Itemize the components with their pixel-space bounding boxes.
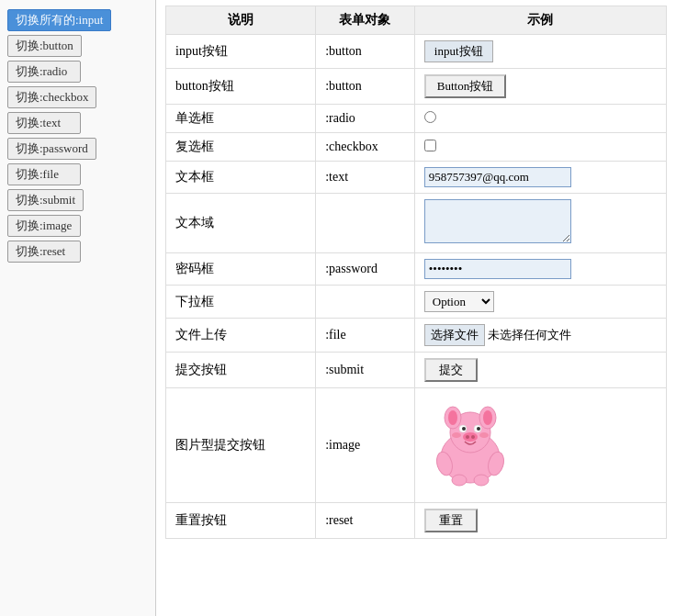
row-example: 选择文件 未选择任何文件 bbox=[414, 319, 666, 353]
row-example bbox=[414, 105, 666, 133]
sidebar: 切换所有的:input切换:button切换:radio切换:checkbox切… bbox=[0, 0, 156, 616]
table-row: 下拉框OptionOption 2Option 3 bbox=[166, 286, 667, 319]
row-label: 下拉框 bbox=[166, 286, 316, 319]
row-label: button按钮 bbox=[166, 69, 316, 105]
row-selector: :button bbox=[316, 35, 415, 69]
col-header-description: 说明 bbox=[166, 6, 316, 35]
toggle-button-button[interactable]: 切换:button bbox=[7, 35, 82, 57]
file-input-wrapper: 选择文件 未选择任何文件 bbox=[424, 328, 571, 342]
table-row: 文本框:text bbox=[166, 162, 667, 194]
svg-point-12 bbox=[471, 435, 475, 439]
svg-point-17 bbox=[452, 475, 467, 486]
row-example: 重置 bbox=[414, 503, 666, 539]
textarea-example[interactable] bbox=[424, 199, 571, 243]
toggle-text-button[interactable]: 切换:text bbox=[7, 112, 81, 134]
toggle-submit-button[interactable]: 切换:submit bbox=[7, 189, 84, 211]
form-table: 说明 表单对象 示例 input按钮:buttonbutton按钮:button… bbox=[165, 6, 667, 539]
row-selector: :button bbox=[316, 69, 415, 105]
svg-point-9 bbox=[477, 427, 480, 431]
table-row: 提交按钮:submit提交 bbox=[166, 353, 667, 388]
toggle-all-button[interactable]: 切换所有的:input bbox=[7, 9, 111, 31]
row-label: 重置按钮 bbox=[166, 503, 316, 539]
table-row: 图片型提交按钮:image bbox=[166, 388, 667, 503]
table-row: button按钮:buttonButton按钮 bbox=[166, 69, 667, 105]
table-row: 文件上传:file选择文件 未选择任何文件 bbox=[166, 319, 667, 353]
file-choose-button[interactable]: 选择文件 bbox=[424, 324, 485, 346]
svg-point-18 bbox=[474, 475, 489, 486]
row-example bbox=[414, 162, 666, 194]
checkbox-example[interactable] bbox=[424, 140, 436, 151]
svg-point-8 bbox=[462, 427, 466, 431]
row-example bbox=[414, 194, 666, 253]
table-row: 重置按钮:reset重置 bbox=[166, 503, 667, 539]
row-example bbox=[414, 35, 666, 69]
row-selector bbox=[316, 286, 415, 319]
row-selector: :password bbox=[316, 253, 415, 286]
row-selector: :file bbox=[316, 319, 415, 353]
table-row: 文本域 bbox=[166, 194, 667, 253]
row-selector bbox=[316, 194, 415, 253]
row-selector: :submit bbox=[316, 353, 415, 388]
svg-point-10 bbox=[463, 432, 478, 442]
main-content: 说明 表单对象 示例 input按钮:buttonbutton按钮:button… bbox=[156, 0, 676, 616]
row-selector: :radio bbox=[316, 105, 415, 133]
svg-point-3 bbox=[448, 410, 457, 425]
table-row: 单选框:radio bbox=[166, 105, 667, 133]
row-example: Button按钮 bbox=[414, 69, 666, 105]
pig-image-example[interactable] bbox=[424, 398, 516, 489]
row-label: 图片型提交按钮 bbox=[166, 388, 316, 503]
row-example: OptionOption 2Option 3 bbox=[414, 286, 666, 319]
select-example[interactable]: OptionOption 2Option 3 bbox=[424, 291, 494, 312]
toggle-image-button[interactable]: 切换:image bbox=[7, 215, 81, 237]
row-selector: :reset bbox=[316, 503, 415, 539]
text-input-example[interactable] bbox=[424, 167, 571, 187]
submit-button-example[interactable]: 提交 bbox=[424, 358, 478, 382]
col-header-example: 示例 bbox=[414, 6, 666, 35]
row-example bbox=[414, 253, 666, 286]
row-selector: :checkbox bbox=[316, 133, 415, 162]
row-label: input按钮 bbox=[166, 35, 316, 69]
reset-button-example[interactable]: 重置 bbox=[424, 509, 478, 532]
toggle-checkbox-button[interactable]: 切换:checkbox bbox=[7, 86, 96, 108]
radio-example[interactable] bbox=[424, 111, 436, 123]
row-label: 文本域 bbox=[166, 194, 316, 253]
svg-point-11 bbox=[466, 435, 469, 439]
button-example[interactable]: Button按钮 bbox=[424, 74, 506, 98]
row-example: 提交 bbox=[414, 353, 666, 388]
table-row: 复选框:checkbox bbox=[166, 133, 667, 162]
row-selector: :image bbox=[316, 388, 415, 503]
svg-point-13 bbox=[452, 432, 461, 438]
row-example bbox=[414, 388, 666, 503]
row-label: 文本框 bbox=[166, 162, 316, 194]
svg-point-5 bbox=[483, 410, 492, 425]
col-header-selector: 表单对象 bbox=[316, 6, 415, 35]
row-label: 单选框 bbox=[166, 105, 316, 133]
row-label: 提交按钮 bbox=[166, 353, 316, 388]
svg-point-14 bbox=[479, 432, 489, 438]
input-button-example[interactable] bbox=[424, 40, 493, 62]
row-example bbox=[414, 133, 666, 162]
toggle-radio-button[interactable]: 切换:radio bbox=[7, 61, 81, 83]
row-label: 密码框 bbox=[166, 253, 316, 286]
row-label: 文件上传 bbox=[166, 319, 316, 353]
toggle-file-button[interactable]: 切换:file bbox=[7, 163, 81, 185]
table-row: 密码框:password bbox=[166, 253, 667, 286]
password-input-example[interactable] bbox=[424, 259, 571, 279]
row-label: 复选框 bbox=[166, 133, 316, 162]
toggle-reset-button[interactable]: 切换:reset bbox=[7, 241, 81, 263]
row-selector: :text bbox=[316, 162, 415, 194]
toggle-password-button[interactable]: 切换:password bbox=[7, 138, 96, 160]
file-no-file-label: 未选择任何文件 bbox=[485, 328, 571, 342]
table-row: input按钮:button bbox=[166, 35, 667, 69]
